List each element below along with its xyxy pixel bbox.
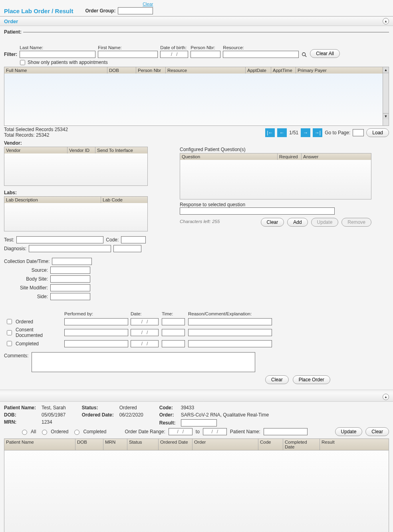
- rcol-mrn[interactable]: MRN: [103, 439, 127, 450]
- results-grid-body[interactable]: [4, 450, 389, 532]
- order-group-input[interactable]: [118, 7, 153, 14]
- results-update-button[interactable]: Update: [335, 427, 363, 436]
- question-add-button[interactable]: Add: [287, 218, 308, 227]
- resource-input[interactable]: [223, 51, 299, 58]
- filter-patient-name-input[interactable]: [264, 428, 308, 435]
- ordered-checkbox[interactable]: [7, 319, 12, 324]
- question-clear-button[interactable]: Clear: [261, 218, 284, 227]
- code-label: Code:: [106, 237, 119, 243]
- search-icon[interactable]: [301, 52, 308, 58]
- order-clear-button[interactable]: Clear: [265, 375, 289, 384]
- radio-all[interactable]: [22, 430, 27, 435]
- detail-order-v: SARS-CoV-2 RNA, Qualitative Real-Time: [181, 412, 269, 418]
- col-send-to-interface[interactable]: Send To Interface: [95, 147, 147, 153]
- questions-grid-body[interactable]: [180, 160, 371, 199]
- col-vendor-id[interactable]: Vendor ID: [67, 147, 95, 153]
- ordered-date-input[interactable]: [131, 318, 159, 325]
- load-button[interactable]: Load: [366, 128, 389, 137]
- last-name-input[interactable]: [20, 51, 95, 58]
- radio-completed[interactable]: [74, 430, 79, 435]
- totals-block: Total Selected Records 25342 Total Recor…: [4, 127, 68, 138]
- completed-date-input[interactable]: [131, 340, 159, 347]
- question-update-button[interactable]: Update: [311, 218, 339, 227]
- pager-prev-icon[interactable]: ←: [277, 128, 287, 137]
- goto-page-input[interactable]: [353, 129, 364, 136]
- collection-label: Collection Date/Time:: [4, 259, 50, 264]
- col-resource[interactable]: Resource: [166, 67, 246, 74]
- results-clear-button[interactable]: Clear: [365, 427, 389, 436]
- date-range-from-input[interactable]: [169, 428, 193, 435]
- code-input[interactable]: [121, 236, 146, 243]
- patient-grid-scrollbar[interactable]: ▲ ▼: [383, 67, 389, 126]
- comments-textarea[interactable]: [32, 352, 255, 372]
- body-site-input[interactable]: [50, 275, 90, 283]
- date-range-to-label: to: [196, 429, 200, 434]
- col-question[interactable]: Question: [180, 153, 278, 160]
- pager-last-icon[interactable]: →|: [313, 128, 322, 137]
- completed-reason-input[interactable]: [188, 340, 272, 347]
- response-input[interactable]: [180, 207, 335, 215]
- ordered-time-input[interactable]: [162, 318, 185, 325]
- scroll-down-icon[interactable]: ▼: [383, 113, 389, 119]
- diagnosis-input[interactable]: [29, 245, 111, 252]
- rcol-dob[interactable]: DOB: [75, 439, 103, 450]
- rcol-patient-name[interactable]: Patient Name: [4, 439, 75, 450]
- order-section-header[interactable]: Order ▲: [0, 16, 393, 26]
- place-order-button[interactable]: Place Order: [293, 375, 330, 384]
- person-nbr-input[interactable]: [191, 51, 220, 58]
- rcol-result[interactable]: Result: [320, 439, 389, 450]
- completed-performed-by-input[interactable]: [64, 340, 128, 347]
- col-required[interactable]: Required: [278, 153, 302, 160]
- first-name-input[interactable]: [98, 51, 158, 58]
- ordered-reason-input[interactable]: [188, 318, 272, 325]
- col-appt-time[interactable]: ApptTime: [271, 67, 296, 74]
- question-remove-button[interactable]: Remove: [341, 218, 371, 227]
- consent-reason-input[interactable]: [188, 329, 272, 336]
- col-vendor[interactable]: Vendor: [4, 147, 67, 153]
- source-input[interactable]: [50, 267, 90, 274]
- collection-input[interactable]: [52, 258, 92, 265]
- test-input[interactable]: [16, 236, 103, 243]
- rcol-code[interactable]: Code: [258, 439, 283, 450]
- completed-checkbox[interactable]: [7, 341, 12, 346]
- detail-dob-k: DOB:: [4, 412, 40, 418]
- ordered-performed-by-input[interactable]: [64, 318, 128, 325]
- col-dob[interactable]: DOB: [107, 67, 136, 74]
- date-range-to-input[interactable]: [203, 428, 227, 435]
- completed-time-input[interactable]: [162, 340, 185, 347]
- labs-grid-body[interactable]: [4, 203, 147, 231]
- col-appt-date[interactable]: ApptDate: [246, 67, 271, 74]
- detail-result-input[interactable]: [181, 419, 217, 426]
- scroll-up-icon[interactable]: ▲: [383, 67, 389, 73]
- col-primary-payer[interactable]: Primary Payer: [296, 67, 383, 74]
- consent-time-input[interactable]: [162, 329, 185, 336]
- collapse-up-icon-2[interactable]: ▲: [383, 394, 389, 400]
- comments-label: Comments:: [4, 353, 28, 359]
- side-input[interactable]: [50, 293, 90, 300]
- col-lab-code[interactable]: Lab Code: [101, 197, 147, 203]
- rcol-completed-date[interactable]: Completed Date: [283, 439, 320, 450]
- collapse-up-icon[interactable]: ▲: [383, 18, 389, 24]
- rcol-order[interactable]: Order: [193, 439, 258, 450]
- vendor-grid-body[interactable]: [4, 153, 147, 185]
- show-only-appointments-checkbox[interactable]: [20, 60, 25, 65]
- col-full-name[interactable]: Full Name: [4, 67, 107, 74]
- clear-order-group-link[interactable]: Clear: [143, 2, 153, 6]
- patient-grid-body[interactable]: [4, 74, 383, 126]
- rcol-status[interactable]: Status: [127, 439, 159, 450]
- clear-all-button[interactable]: Clear All: [310, 49, 340, 58]
- results-section-header[interactable]: ▲: [0, 393, 393, 402]
- diagnosis-code-input[interactable]: [113, 245, 141, 252]
- site-modifier-input[interactable]: [50, 284, 90, 291]
- radio-ordered[interactable]: [42, 430, 47, 435]
- col-lab-desc[interactable]: Lab Description: [4, 197, 101, 203]
- consent-checkbox[interactable]: [7, 330, 12, 335]
- rcol-ordered-date[interactable]: Ordered Date: [159, 439, 193, 450]
- dob-input[interactable]: [160, 51, 188, 58]
- col-person-nbr[interactable]: Person Nbr: [136, 67, 166, 74]
- pager-first-icon[interactable]: |←: [265, 128, 275, 137]
- consent-performed-by-input[interactable]: [64, 329, 128, 336]
- consent-date-input[interactable]: [131, 329, 159, 336]
- col-answer[interactable]: Answer: [302, 153, 371, 160]
- pager-next-icon[interactable]: →: [301, 128, 310, 137]
